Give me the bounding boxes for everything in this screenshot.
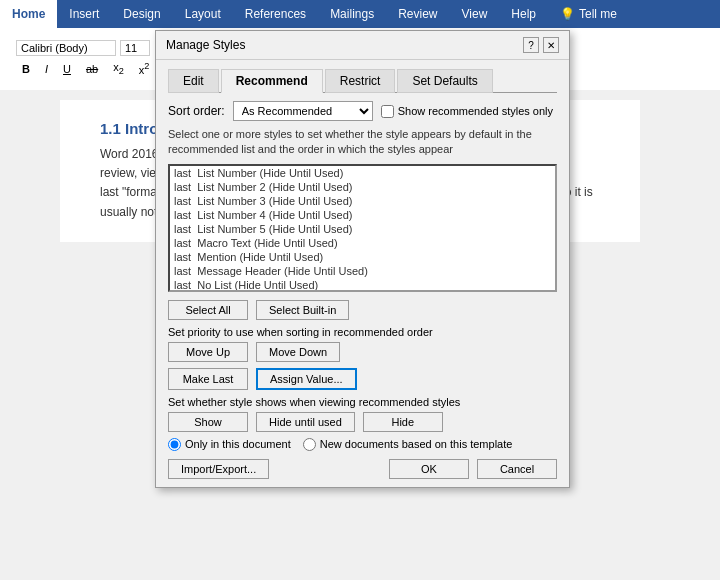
list-item[interactable]: last Macro Text (Hide Until Used) [170,236,555,250]
dialog-window-controls: ? ✕ [523,37,559,53]
radio-doc-input[interactable] [168,438,181,451]
list-item[interactable]: last No List (Hide Until Used) [170,278,555,292]
ok-button[interactable]: OK [389,459,469,479]
radio-row: Only in this document New documents base… [168,438,557,451]
styles-list[interactable]: last List Number (Hide Until Used) last … [168,164,557,292]
dialog-content: Edit Recommend Restrict Set Defaults Sor… [156,60,569,487]
dialog-title: Manage Styles [166,38,245,52]
show-recommended-checkbox[interactable] [381,105,394,118]
list-item[interactable]: last List Number (Hide Until Used) [170,166,555,180]
dialog-close-button[interactable]: ✕ [543,37,559,53]
tab-restrict[interactable]: Restrict [325,69,396,93]
select-builtin-button[interactable]: Select Built-in [256,300,349,320]
select-buttons-row: Select All Select Built-in [168,300,557,320]
dialog-tab-bar: Edit Recommend Restrict Set Defaults [168,68,557,93]
radio-doc-option[interactable]: Only in this document [168,438,291,451]
show-recommended-label: Show recommended styles only [398,105,553,117]
sort-order-select[interactable]: As Recommended Alphabetical By Type [233,101,373,121]
assign-value-button[interactable]: Assign Value... [256,368,357,390]
radio-template-label: New documents based on this template [320,438,513,450]
viewing-label: Set whether style shows when viewing rec… [168,396,557,408]
list-item[interactable]: last List Number 2 (Hide Until Used) [170,180,555,194]
move-down-button[interactable]: Move Down [256,342,340,362]
show-button[interactable]: Show [168,412,248,432]
list-item[interactable]: last Message Header (Hide Until Used) [170,264,555,278]
hide-button[interactable]: Hide [363,412,443,432]
priority-buttons-row: Move Up Move Down [168,342,557,362]
radio-template-option[interactable]: New documents based on this template [303,438,513,451]
dialog-titlebar: Manage Styles ? ✕ [156,31,569,60]
hide-until-used-button[interactable]: Hide until used [256,412,355,432]
sort-row: Sort order: As Recommended Alphabetical … [168,101,557,121]
description-text: Select one or more styles to set whether… [168,127,557,158]
list-item[interactable]: last List Number 3 (Hide Until Used) [170,194,555,208]
select-all-button[interactable]: Select All [168,300,248,320]
radio-template-input[interactable] [303,438,316,451]
priority-buttons-row2: Make Last Assign Value... [168,368,557,390]
dialog-overlay: Manage Styles ? ✕ Edit Recommend Restric… [0,0,720,580]
bottom-row: Import/Export... OK Cancel [168,459,557,479]
manage-styles-dialog: Manage Styles ? ✕ Edit Recommend Restric… [155,30,570,488]
cancel-button[interactable]: Cancel [477,459,557,479]
show-recommended-checkbox-row: Show recommended styles only [381,105,553,118]
tab-edit[interactable]: Edit [168,69,219,93]
list-item[interactable]: last Mention (Hide Until Used) [170,250,555,264]
dialog-help-button[interactable]: ? [523,37,539,53]
list-item[interactable]: last List Number 4 (Hide Until Used) [170,208,555,222]
priority-label: Set priority to use when sorting in reco… [168,326,557,338]
ok-cancel-buttons: OK Cancel [389,459,557,479]
make-last-button[interactable]: Make Last [168,368,248,390]
import-export-button[interactable]: Import/Export... [168,459,269,479]
list-item[interactable]: last List Number 5 (Hide Until Used) [170,222,555,236]
show-hide-buttons-row: Show Hide until used Hide [168,412,557,432]
sort-label: Sort order: [168,104,225,118]
move-up-button[interactable]: Move Up [168,342,248,362]
radio-doc-label: Only in this document [185,438,291,450]
tab-set-defaults[interactable]: Set Defaults [397,69,492,93]
tab-recommend[interactable]: Recommend [221,69,323,93]
